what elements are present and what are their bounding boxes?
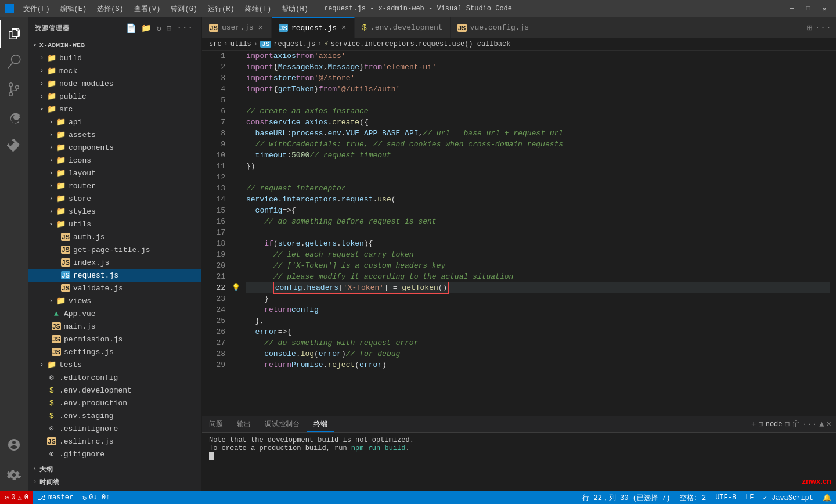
code-content[interactable]: import axios from 'axios' import { Messa… xyxy=(242,51,830,416)
tree-item-tests[interactable]: › 📁 tests xyxy=(28,358,201,371)
tree-item-api[interactable]: › 📁 api xyxy=(28,116,201,128)
panel-layout-icon[interactable]: ⊟ xyxy=(785,419,790,429)
menu-select[interactable]: 选择(S) xyxy=(92,3,128,15)
terminal-npm-link[interactable]: npm run build xyxy=(351,444,406,452)
statusbar-branch[interactable]: ⎇ master xyxy=(33,491,78,504)
statusbar-line-ending[interactable]: LF xyxy=(741,491,758,504)
tree-item-eslintrc[interactable]: JS .eslintrc.js xyxy=(28,435,201,448)
activity-debug[interactable] xyxy=(0,103,28,131)
breadcrumb-utils[interactable]: utils xyxy=(230,40,251,48)
activity-extensions[interactable] xyxy=(0,131,28,159)
more-icon[interactable]: ··· xyxy=(175,22,194,34)
tree-item-layout[interactable]: › 📁 layout xyxy=(28,167,201,179)
tree-item-env-staging[interactable]: $ .env.staging xyxy=(28,409,201,422)
more-tabs-icon[interactable]: ··· xyxy=(815,23,831,33)
tree-item-app-vue[interactable]: ▲ App.vue xyxy=(28,307,201,320)
tests-folder-icon: 📁 xyxy=(46,360,57,369)
tab-env-dev[interactable]: $ .env.development xyxy=(355,17,450,38)
activity-scm[interactable] xyxy=(0,75,28,103)
tree-item-editorconfig[interactable]: ⚙ .editorconfig xyxy=(28,371,201,384)
panel-more-icon[interactable]: ··· xyxy=(802,420,817,429)
tree-item-validate-js[interactable]: JS validate.js xyxy=(28,282,201,294)
tab-user-js[interactable]: JS user.js × xyxy=(202,17,272,38)
tab-vue-config[interactable]: JS vue.config.js xyxy=(451,17,536,38)
scrollbar-track[interactable] xyxy=(830,51,836,416)
tree-item-icons[interactable]: › 📁 icons xyxy=(28,154,201,167)
tree-item-public[interactable]: › 📁 public xyxy=(28,90,201,103)
tree-item-settings-js[interactable]: JS settings.js xyxy=(28,345,201,358)
tree-item-env-prod[interactable]: $ .env.production xyxy=(28,397,201,409)
tree-item-store[interactable]: › 📁 store xyxy=(28,192,201,205)
tree-item-components[interactable]: › 📁 components xyxy=(28,141,201,154)
activity-search[interactable] xyxy=(0,48,28,75)
panel-tab-problems[interactable]: 问题 xyxy=(202,416,230,432)
split-editor-icon[interactable]: ⊞ xyxy=(807,22,813,34)
tab-request-js[interactable]: JS request.js × xyxy=(272,17,355,38)
tree-item-assets[interactable]: › 📁 assets xyxy=(28,128,201,141)
activity-settings[interactable] xyxy=(0,461,28,489)
menu-view[interactable]: 查看(V) xyxy=(129,3,165,15)
new-file-icon[interactable]: 📄 xyxy=(125,22,138,34)
permission-js-label: permission.js xyxy=(64,335,201,344)
tree-item-env-dev[interactable]: $ .env.development xyxy=(28,384,201,397)
panel-split-icon[interactable]: ⊞ xyxy=(758,419,763,429)
panel-trash-icon[interactable]: 🗑 xyxy=(792,420,800,429)
refresh-icon[interactable]: ↻ xyxy=(155,22,163,34)
new-folder-icon[interactable]: 📁 xyxy=(140,22,153,34)
menu-goto[interactable]: 转到(G) xyxy=(166,3,202,15)
tree-item-request-js[interactable]: JS request.js xyxy=(28,269,201,282)
ln-5: 5 xyxy=(202,95,225,106)
tree-item-main-js[interactable]: JS main.js xyxy=(28,320,201,333)
panel-tab-terminal[interactable]: 终端 xyxy=(307,416,334,432)
breadcrumb-src[interactable]: src xyxy=(209,40,222,48)
tree-item-index-js[interactable]: JS index.js xyxy=(28,256,201,269)
code-editor[interactable]: 1 2 3 4 5 6 7 8 9 10 11 12 13 14 15 16 1 xyxy=(202,51,836,416)
panel-up-icon[interactable]: ▲ xyxy=(819,420,824,429)
tree-item-permission-js[interactable]: JS permission.js xyxy=(28,333,201,345)
statusbar-feedback[interactable]: 🔔 xyxy=(818,491,836,504)
tree-item-eslintignore[interactable]: ⊙ .eslintignore xyxy=(28,422,201,435)
collapse-icon[interactable]: ⊟ xyxy=(165,22,174,34)
panel-tab-output[interactable]: 输出 xyxy=(230,416,258,432)
statusbar-encoding[interactable]: UTF-8 xyxy=(711,491,741,504)
close-button[interactable]: ✕ xyxy=(817,4,831,13)
menu-file[interactable]: 文件(F) xyxy=(19,3,55,15)
tree-item-outline[interactable]: › 大纲 xyxy=(28,463,201,476)
statusbar-row-col[interactable]: 行 22，列 30 (已选择 7) xyxy=(578,491,675,504)
tree-item-views[interactable]: › 📁 views xyxy=(28,294,201,307)
statusbar-sync[interactable]: ↻ 0↓ 0↑ xyxy=(78,491,114,504)
code-line-29: return Promise.reject(error) xyxy=(246,359,830,370)
tree-item-src[interactable]: ▾ 📁 src xyxy=(28,103,201,116)
panel-add-icon[interactable]: + xyxy=(751,420,756,429)
breadcrumb-request-js[interactable]: request.js xyxy=(273,40,315,48)
user-js-close[interactable]: × xyxy=(257,22,264,34)
menu-run[interactable]: 运行(R) xyxy=(203,3,239,15)
tree-root[interactable]: ▾ X-ADMIN-WEB xyxy=(28,39,201,52)
tree-item-gitignore[interactable]: ⊙ .gitignore xyxy=(28,448,201,460)
panel-tab-debug-console[interactable]: 调试控制台 xyxy=(258,416,307,432)
statusbar-error-count[interactable]: ⊘ 0 ⚠ 0 xyxy=(0,491,33,504)
tree-item-router[interactable]: › 📁 router xyxy=(28,179,201,192)
breadcrumb-callback[interactable]: service.interceptors.request.use() callb… xyxy=(331,40,511,48)
statusbar-language[interactable]: ✓ JavaScript xyxy=(759,491,818,504)
tree-item-mock[interactable]: › 📁 mock xyxy=(28,64,201,77)
tree-item-timeline[interactable]: › 时间线 xyxy=(28,476,201,488)
request-js-close[interactable]: × xyxy=(340,22,347,34)
code-line-19: // let each request carry token xyxy=(246,249,830,260)
tree-item-get-page-title[interactable]: JS get-page-title.js xyxy=(28,243,201,256)
menu-edit[interactable]: 编辑(E) xyxy=(56,3,92,15)
activity-account[interactable] xyxy=(0,431,28,459)
tree-item-build[interactable]: › 📁 build xyxy=(28,52,201,64)
titlebar: 文件(F) 编辑(E) 选择(S) 查看(V) 转到(G) 运行(R) 终端(T… xyxy=(0,0,836,17)
tree-item-auth-js[interactable]: JS auth.js xyxy=(28,231,201,243)
tree-item-utils[interactable]: ▾ 📁 utils xyxy=(28,218,201,231)
tree-item-node_modules[interactable]: › 📁 node_modules xyxy=(28,77,201,90)
maximize-button[interactable]: □ xyxy=(801,4,815,13)
minimize-button[interactable]: ─ xyxy=(785,4,799,13)
menu-help[interactable]: 帮助(H) xyxy=(277,3,313,15)
activity-explorer[interactable] xyxy=(0,20,28,48)
statusbar-spaces[interactable]: 空格: 2 xyxy=(675,491,711,504)
tree-item-styles[interactable]: › 📁 styles xyxy=(28,205,201,218)
menu-terminal[interactable]: 终端(T) xyxy=(240,3,276,15)
panel-close-icon[interactable]: × xyxy=(827,420,831,429)
